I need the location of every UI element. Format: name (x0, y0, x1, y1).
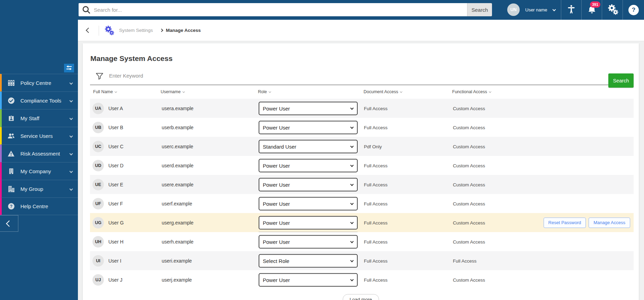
role-select[interactable]: Select RolePower UserStandard User (259, 140, 358, 153)
role-select[interactable]: Select RolePower UserStandard User (259, 102, 358, 115)
filter-search-button[interactable]: Search (608, 73, 634, 88)
warning-triangle-icon (7, 150, 16, 158)
load-more-button[interactable]: Load more (343, 294, 379, 300)
chevron-left-icon (86, 28, 91, 33)
settings-button[interactable] (606, 0, 619, 20)
column-header-document-access[interactable]: Document Access (364, 89, 402, 94)
chevron-down-icon (70, 169, 73, 173)
chevron-left-icon (6, 220, 12, 227)
table-row: UJ User J userj.example Select RolePower… (90, 270, 634, 289)
full-name-cell: User C (108, 144, 124, 149)
role-select-wrapper: Select RolePower UserStandard User (259, 197, 358, 210)
accessibility-icon (566, 5, 576, 15)
table-row: UD User D userd.example Select RolePower… (90, 156, 634, 175)
manage-access-card: Manage System Access Search Full Name Us… (83, 43, 639, 300)
table-row: UA User A usera.example Select RolePower… (90, 99, 634, 118)
row-avatar: UA (92, 103, 104, 114)
document-access-cell: Full Access (364, 182, 387, 187)
global-search-input[interactable] (79, 3, 467, 16)
document-access-cell: Full Access (364, 106, 387, 111)
binders-icon (7, 79, 16, 87)
sidebar-item-label: My Staff (20, 115, 39, 121)
role-select-wrapper: Select RolePower UserStandard User (259, 102, 358, 115)
column-header-role[interactable]: Role (258, 89, 271, 94)
role-select[interactable]: Select RolePower UserStandard User (259, 235, 358, 248)
sidebar-item-my-staff[interactable]: My Staff (0, 109, 78, 127)
svg-text:?: ? (10, 204, 12, 209)
divider (561, 0, 561, 20)
sidebar-item-compliance-tools[interactable]: Compliance Tools (0, 91, 78, 109)
reset-password-button[interactable]: Reset Password (544, 218, 586, 228)
breadcrumb-section[interactable]: System Settings (119, 20, 153, 41)
role-select[interactable]: Select RolePower UserStandard User (259, 178, 358, 191)
table-body: UA User A usera.example Select RolePower… (90, 99, 634, 289)
chevron-right-icon (160, 29, 163, 32)
full-name-cell: User G (108, 220, 124, 226)
sidebar-item-risk-assessment[interactable]: Risk Assessment (0, 144, 78, 162)
document-access-cell: Full Access (364, 258, 387, 263)
sidebar-collapse-button[interactable] (64, 64, 74, 72)
sidebar-item-label: My Company (20, 168, 51, 174)
functional-access-cell: Custom Access (453, 220, 485, 225)
column-header-full-name[interactable]: Full Name (93, 89, 117, 94)
functional-access-cell: Custom Access (453, 277, 485, 282)
sort-icon (182, 90, 185, 93)
role-select[interactable]: Select RolePower UserStandard User (259, 254, 358, 267)
username-cell: userb.example (162, 125, 194, 130)
username-cell: userh.example (162, 239, 194, 245)
role-select[interactable]: Select RolePower UserStandard User (259, 121, 358, 134)
sidebar-item-policy-centre[interactable]: Policy Centre (0, 74, 78, 91)
sidebar-nav: Policy Centre Compliance Tools My Staff … (0, 74, 78, 215)
chevron-down-icon (70, 134, 73, 138)
chevron-down-icon (70, 152, 73, 155)
chevron-down-icon[interactable] (553, 8, 556, 11)
full-name-cell: User F (108, 201, 123, 206)
role-select[interactable]: Select RolePower UserStandard User (259, 273, 358, 286)
role-select[interactable]: Select RolePower UserStandard User (259, 216, 358, 229)
row-actions: Reset PasswordManage Access (544, 218, 630, 228)
help-button[interactable]: ? (628, 0, 639, 20)
content-area: Manage System Access Search Full Name Us… (78, 41, 644, 300)
accessibility-button[interactable] (565, 0, 577, 20)
sidebar-item-label: Policy Centre (20, 80, 51, 86)
row-avatar: UJ (92, 274, 104, 285)
document-access-cell: Full Access (364, 201, 387, 206)
username-cell: userc.example (162, 144, 193, 149)
full-name-cell: User J (108, 277, 122, 283)
search-icon (82, 5, 91, 16)
sidebar-back-button[interactable] (0, 215, 18, 232)
functional-access-cell: Custom Access (453, 163, 485, 168)
sidebar-item-help-centre[interactable]: ? Help Centre (0, 197, 78, 215)
sidebar-item-my-group[interactable]: My Group (0, 180, 78, 197)
divider (99, 26, 99, 36)
manage-access-button[interactable]: Manage Access (589, 218, 630, 228)
table-row: UF User F userf.example Select RolePower… (90, 194, 634, 213)
page-title: Manage System Access (90, 54, 172, 63)
user-name[interactable]: User name (525, 0, 547, 20)
sidebar-item-service-users[interactable]: Service Users (0, 127, 78, 144)
breadcrumb: System Settings Manage Access (78, 20, 644, 41)
sidebar-item-label: Service Users (20, 133, 53, 139)
sidebar: Policy Centre Compliance Tools My Staff … (0, 0, 78, 300)
row-avatar: UH (92, 236, 104, 247)
sidebar-item-label: Compliance Tools (20, 98, 61, 104)
check-circle-icon (7, 97, 16, 105)
gear-icon (607, 3, 618, 16)
sidebar-item-label: Help Centre (20, 203, 48, 209)
column-header-functional-access[interactable]: Functional Access (452, 89, 491, 94)
column-header-username[interactable]: Username (161, 89, 185, 94)
document-access-cell: Full Access (364, 239, 387, 244)
keyword-filter-input[interactable] (109, 73, 324, 79)
role-select[interactable]: Select RolePower UserStandard User (259, 159, 358, 172)
avatar[interactable]: UN (507, 3, 520, 16)
row-avatar: UC (92, 141, 104, 152)
sidebar-item-my-company[interactable]: My Company (0, 162, 78, 180)
sort-icon (269, 90, 271, 93)
back-button[interactable] (87, 28, 90, 33)
global-search-button[interactable]: Search (467, 3, 492, 16)
chevron-down-icon (70, 81, 73, 85)
role-select[interactable]: Select RolePower UserStandard User (259, 197, 358, 210)
role-select-wrapper: Select RolePower UserStandard User (259, 140, 358, 153)
role-select-wrapper: Select RolePower UserStandard User (259, 273, 358, 286)
full-name-cell: User D (108, 163, 124, 168)
